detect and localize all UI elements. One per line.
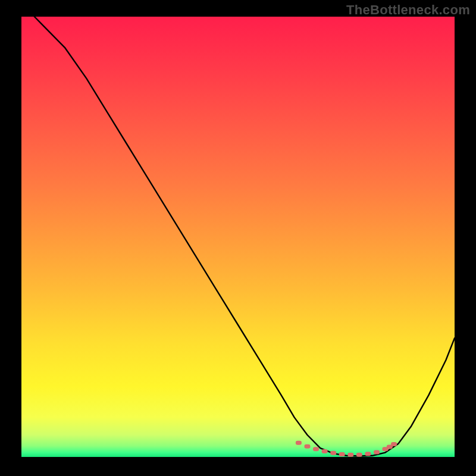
highlight-marker (391, 442, 397, 446)
highlight-marker (365, 452, 371, 456)
highlight-marker (339, 452, 345, 456)
highlight-marker (322, 449, 328, 453)
highlight-marker (330, 451, 336, 455)
gradient-background (21, 17, 455, 457)
highlight-marker (374, 450, 380, 454)
chart-frame: TheBottleneck.com (0, 0, 476, 476)
highlight-marker (356, 453, 362, 457)
plot-area (21, 17, 455, 457)
watermark-text: TheBottleneck.com (346, 2, 470, 18)
highlight-marker (296, 441, 302, 445)
highlight-marker (347, 453, 353, 457)
highlight-marker (305, 444, 311, 449)
chart-svg (21, 17, 455, 457)
highlight-marker (313, 447, 319, 451)
